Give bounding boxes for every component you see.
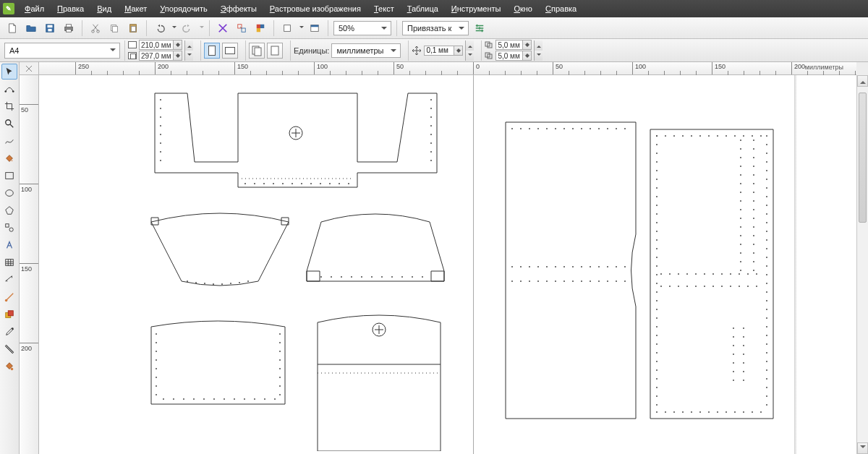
svg-point-184 — [734, 411, 736, 413]
eyedropper-tool[interactable] — [1, 324, 17, 340]
print-button[interactable] — [61, 20, 77, 36]
redo-button[interactable] — [179, 20, 195, 36]
ruler-origin[interactable] — [20, 62, 39, 75]
zoom-tool[interactable] — [1, 116, 17, 132]
crop-tool[interactable] — [1, 98, 17, 114]
welcome-button[interactable] — [307, 20, 323, 36]
interactive-effects-tool[interactable] — [1, 307, 17, 322]
smart-fill-tool[interactable] — [1, 150, 17, 166]
connector-tool[interactable] — [1, 289, 17, 305]
zoom-combo[interactable]: 50% — [333, 21, 391, 35]
app-launcher-dropdown-icon[interactable] — [299, 26, 304, 30]
fill-tool[interactable] — [1, 359, 17, 374]
nudge-spin-up[interactable] — [465, 40, 474, 51]
import-button[interactable] — [215, 20, 231, 36]
portrait-button[interactable] — [204, 43, 220, 59]
vertical-ruler[interactable]: 50100150200 — [20, 75, 39, 454]
basic-shapes-tool[interactable] — [1, 220, 17, 236]
menu-help[interactable]: Справка — [540, 2, 582, 15]
scroll-thumb[interactable] — [859, 93, 867, 223]
scroll-up-button[interactable] — [857, 75, 868, 87]
landscape-button[interactable] — [222, 43, 238, 59]
units-combo[interactable]: миллиметры — [331, 43, 401, 58]
drawing-canvas[interactable] — [39, 75, 856, 454]
redo-dropdown-icon[interactable] — [200, 26, 204, 30]
svg-point-200 — [766, 170, 767, 171]
horizontal-ruler[interactable]: миллиметры 25020015010050050100150200 — [39, 62, 856, 75]
options-button[interactable] — [472, 20, 488, 36]
pick-tool[interactable] — [1, 64, 17, 80]
nudge-input[interactable]: 0,1 мм — [424, 46, 463, 56]
svg-point-233 — [656, 317, 658, 319]
paste-button[interactable] — [125, 20, 141, 36]
svg-point-40 — [11, 368, 14, 371]
dup-y-input[interactable]: 5,0 мм — [495, 51, 532, 61]
vertical-scrollbar[interactable] — [856, 75, 868, 454]
app-launcher-button[interactable] — [279, 20, 295, 36]
svg-point-89 — [391, 276, 393, 278]
svg-point-298 — [704, 286, 705, 287]
freehand-tool[interactable] — [1, 133, 17, 149]
svg-point-98 — [156, 377, 157, 378]
shape-edit-tool[interactable] — [1, 81, 17, 97]
orientation-group — [200, 40, 241, 61]
svg-point-288 — [660, 286, 662, 287]
menu-bitmaps[interactable]: Растровые изображения — [264, 2, 367, 15]
publish-button[interactable] — [252, 20, 268, 36]
export-button[interactable] — [234, 20, 250, 36]
dim-spin-up[interactable] — [184, 40, 193, 51]
undo-dropdown-icon[interactable] — [172, 26, 176, 30]
svg-point-297 — [704, 273, 705, 275]
dimension-tool[interactable] — [1, 272, 17, 288]
menu-edit[interactable]: Правка — [51, 2, 90, 15]
svg-point-103 — [279, 351, 281, 352]
dup-x-input[interactable]: 5,0 мм — [495, 40, 532, 50]
dim-spin-down[interactable] — [184, 51, 193, 61]
page-size-combo[interactable]: A4 — [4, 43, 120, 59]
svg-point-65 — [310, 183, 312, 184]
page-height-input[interactable]: 297,0 мм — [139, 51, 182, 61]
menu-text[interactable]: Текст — [368, 2, 400, 15]
text-tool[interactable] — [1, 237, 17, 253]
outline-tool[interactable] — [1, 341, 17, 357]
ellipse-tool[interactable] — [1, 185, 17, 201]
svg-rect-164 — [650, 129, 773, 419]
svg-point-93 — [156, 333, 157, 335]
menu-effects[interactable]: Эффекты — [215, 2, 263, 15]
apply-current-page-button[interactable] — [267, 43, 283, 59]
new-button[interactable] — [4, 20, 20, 36]
svg-point-299 — [712, 273, 714, 275]
nudge-spin-down[interactable] — [465, 51, 474, 61]
menu-window[interactable]: Окно — [508, 2, 538, 15]
svg-point-88 — [381, 276, 383, 278]
undo-button[interactable] — [152, 20, 168, 36]
copy-button[interactable] — [106, 20, 122, 36]
save-button[interactable] — [42, 20, 58, 36]
rectangle-tool[interactable] — [1, 168, 17, 184]
svg-point-222 — [766, 265, 767, 267]
apply-all-pages-button[interactable] — [249, 43, 265, 59]
svg-point-257 — [740, 148, 741, 150]
page-width-input[interactable]: 210,0 мм — [139, 40, 182, 50]
cut-button[interactable] — [88, 20, 103, 36]
dup-spin-up[interactable] — [534, 40, 542, 51]
menu-tools[interactable]: Инструменты — [446, 2, 507, 15]
polygon-tool[interactable] — [1, 202, 17, 218]
svg-point-241 — [656, 352, 658, 354]
menu-file[interactable]: Файл — [19, 2, 50, 15]
duplicate-offset-group: 5,0 мм 5,0 мм — [481, 40, 545, 61]
svg-point-50 — [430, 99, 432, 100]
dup-spin-down[interactable] — [534, 51, 542, 61]
svg-point-46 — [160, 134, 161, 135]
menu-view[interactable]: Вид — [91, 2, 117, 15]
menu-table[interactable]: Таблица — [401, 2, 444, 15]
svg-point-230 — [766, 300, 767, 301]
menu-arrange[interactable]: Упорядочить — [154, 2, 213, 15]
dup-y-icon — [485, 52, 493, 59]
scroll-down-button[interactable] — [857, 442, 868, 454]
menu-layout[interactable]: Макет — [119, 2, 153, 15]
snap-combo[interactable]: Привязать к — [402, 21, 469, 35]
table-tool[interactable] — [1, 254, 17, 270]
open-button[interactable] — [23, 20, 39, 36]
svg-point-255 — [740, 140, 741, 141]
